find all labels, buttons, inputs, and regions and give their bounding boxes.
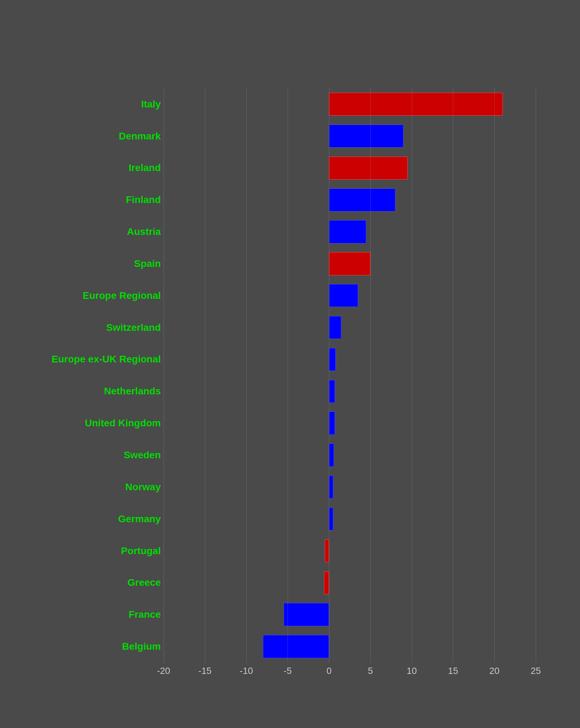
x-axis-tick: 10 — [407, 665, 417, 676]
bar-row: Norway — [44, 471, 536, 503]
bar-row: Spain — [44, 248, 536, 280]
x-axis-tick: 5 — [368, 665, 373, 676]
bar-row: Greece — [44, 567, 536, 599]
bar-rect — [329, 412, 335, 434]
bar-area — [164, 631, 536, 663]
bar-row: Denmark — [44, 120, 536, 152]
bar-rect — [329, 316, 341, 339]
bar-row: Europe Regional — [44, 280, 536, 311]
bar-label: Europe Regional — [44, 290, 164, 301]
bar-label: Switzerland — [44, 322, 164, 333]
bar-label: Netherlands — [44, 386, 164, 397]
x-axis-tick: -15 — [198, 665, 212, 676]
bar-area — [164, 120, 536, 152]
bar-label: Belgium — [44, 641, 164, 652]
bar-rect — [329, 284, 358, 307]
bar-area — [164, 88, 536, 120]
bar-label: France — [44, 609, 164, 620]
bar-rect — [329, 252, 370, 275]
bar-label: Germany — [44, 513, 164, 525]
bar-area — [164, 311, 536, 343]
bar-label: Ireland — [44, 162, 164, 173]
bar-area — [164, 280, 536, 311]
bar-rect — [329, 380, 335, 403]
bar-row: Germany — [44, 503, 536, 535]
x-axis-tick: -10 — [240, 665, 253, 676]
bar-label: Italy — [44, 99, 164, 110]
bar-row: Sweden — [44, 439, 536, 471]
bars-section: ItalyDenmarkIrelandFinlandAustriaSpainEu… — [44, 88, 536, 662]
bar-label: Greece — [44, 577, 164, 588]
bar-rect — [324, 571, 329, 594]
bar-rect — [329, 507, 333, 530]
bar-row: France — [44, 599, 536, 631]
bar-area — [164, 503, 536, 535]
bar-row: Netherlands — [44, 375, 536, 407]
bar-area — [164, 471, 536, 503]
x-axis-tick: -5 — [284, 665, 292, 676]
chart-container: ItalyDenmarkIrelandFinlandAustriaSpainEu… — [23, 17, 557, 712]
bar-area — [164, 343, 536, 375]
bar-row: United Kingdom — [44, 407, 536, 439]
bar-area — [164, 248, 536, 280]
bar-row: Europe ex-UK Regional — [44, 343, 536, 375]
bar-rect — [284, 603, 329, 626]
bar-area — [164, 567, 536, 599]
bar-area — [164, 152, 536, 184]
bar-rect — [325, 539, 329, 562]
bar-row: Finland — [44, 184, 536, 216]
x-axis-tick: 25 — [531, 665, 541, 676]
bar-rect — [329, 476, 333, 498]
bar-label: Spain — [44, 258, 164, 269]
bar-area — [164, 535, 536, 567]
bar-row: Switzerland — [44, 311, 536, 343]
x-axis-tick: 0 — [327, 665, 331, 676]
bar-area — [164, 599, 536, 631]
bar-area — [164, 439, 536, 471]
bar-area — [164, 375, 536, 407]
bar-rect — [329, 220, 366, 243]
bar-rect — [329, 93, 503, 116]
bar-rect — [329, 189, 395, 211]
bar-label: Sweden — [44, 450, 164, 461]
x-axis-tick: -20 — [157, 665, 170, 676]
bar-row: Portugal — [44, 535, 536, 567]
x-axis-tick: 20 — [489, 665, 500, 676]
bar-area — [164, 407, 536, 439]
bar-label: Portugal — [44, 545, 164, 557]
bar-label: Denmark — [44, 131, 164, 142]
bar-row: Italy — [44, 88, 536, 120]
bar-label: Finland — [44, 194, 164, 205]
x-axis-tick: 15 — [448, 665, 458, 676]
x-axis: -20-15-10-50510152025 — [164, 663, 536, 684]
bar-rect — [329, 348, 336, 371]
bar-area — [164, 184, 536, 216]
bar-row: Belgium — [44, 631, 536, 663]
bar-label: United Kingdom — [44, 418, 164, 429]
chart-area: ItalyDenmarkIrelandFinlandAustriaSpainEu… — [44, 88, 536, 683]
chart-title — [44, 31, 536, 74]
bar-area — [164, 216, 536, 248]
bar-rect — [263, 635, 329, 658]
bar-label: Norway — [44, 481, 164, 493]
bar-label: Europe ex-UK Regional — [44, 354, 164, 365]
bar-rect — [329, 444, 334, 466]
bar-row: Ireland — [44, 152, 536, 184]
bar-row: Austria — [44, 216, 536, 248]
bar-label: Austria — [44, 226, 164, 237]
bar-rect — [329, 157, 408, 179]
bar-rect — [329, 125, 403, 147]
